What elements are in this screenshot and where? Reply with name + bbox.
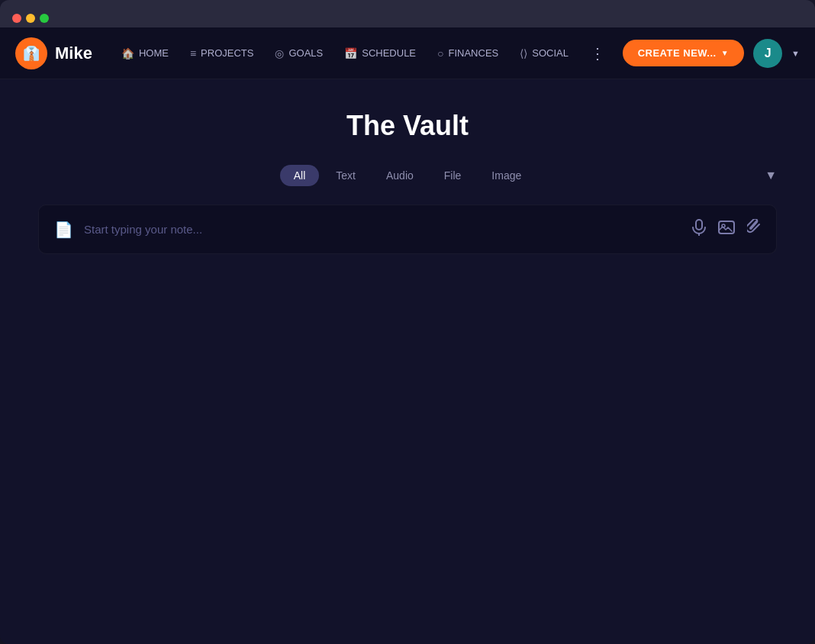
app-container: 👔 Mike 🏠 HOME ≡ PROJECTS ◎ GOALS <box>0 27 815 644</box>
nav-more-button[interactable]: ⋮ <box>584 38 611 69</box>
filter-tab-all[interactable]: All <box>280 165 320 186</box>
filter-tabs: All Text Audio File Image <box>280 165 536 186</box>
note-doc-icon: 📄 <box>54 221 73 239</box>
tie-icon: 👔 <box>23 45 40 62</box>
browser-window: 👔 Mike 🏠 HOME ≡ PROJECTS ◎ GOALS <box>0 0 815 644</box>
finances-icon: ○ <box>437 47 443 60</box>
nav-item-schedule[interactable]: 📅 SCHEDULE <box>335 41 425 66</box>
goals-icon: ◎ <box>275 47 284 60</box>
nav-label-projects: PROJECTS <box>201 47 253 59</box>
social-icon: ⟨⟩ <box>520 47 527 60</box>
nav-item-projects[interactable]: ≡ PROJECTS <box>181 41 263 66</box>
filter-tab-image[interactable]: Image <box>478 165 535 186</box>
nav-item-home[interactable]: 🏠 HOME <box>112 41 178 66</box>
browser-chrome <box>0 0 815 27</box>
nav-item-goals[interactable]: ◎ GOALS <box>266 41 332 66</box>
avatar[interactable]: J <box>753 39 782 68</box>
filter-tab-text[interactable]: Text <box>322 165 369 186</box>
nav-label-goals: GOALS <box>288 47 323 59</box>
nav-label-schedule: SCHEDULE <box>362 47 416 59</box>
projects-icon: ≡ <box>190 47 196 60</box>
microphone-icon[interactable] <box>692 219 706 240</box>
nav-item-finances[interactable]: ○ FINANCES <box>428 41 507 66</box>
navbar-right: CREATE NEW... ▼ J ▼ <box>623 39 800 68</box>
funnel-icon: ▼ <box>765 169 777 182</box>
filter-dropdown[interactable]: ▼ <box>765 169 777 182</box>
filter-bar: All Text Audio File Image ▼ <box>38 165 777 186</box>
navbar: 👔 Mike 🏠 HOME ≡ PROJECTS ◎ GOALS <box>0 27 815 79</box>
home-icon: 🏠 <box>121 47 134 60</box>
image-upload-icon[interactable] <box>718 221 735 238</box>
nav-label-finances: FINANCES <box>449 47 499 59</box>
traffic-light-red[interactable] <box>12 14 21 23</box>
note-actions <box>692 219 761 240</box>
nav-label-home: HOME <box>139 47 169 59</box>
traffic-light-green[interactable] <box>40 14 49 23</box>
logo-icon: 👔 <box>15 37 47 69</box>
note-input-area[interactable]: 📄 Start typing your note... <box>38 204 777 254</box>
filter-tab-audio[interactable]: Audio <box>372 165 427 186</box>
page-title: The Vault <box>38 110 777 142</box>
schedule-icon: 📅 <box>344 47 357 60</box>
svg-rect-0 <box>696 220 702 230</box>
main-content: The Vault All Text Audio File Image ▼ 📄 … <box>0 79 815 644</box>
avatar-chevron-icon[interactable]: ▼ <box>791 49 800 58</box>
logo-text: Mike <box>55 43 92 63</box>
nav-items: 🏠 HOME ≡ PROJECTS ◎ GOALS 📅 SCHEDULE ○ <box>112 38 618 69</box>
note-placeholder[interactable]: Start typing your note... <box>84 223 681 236</box>
traffic-light-yellow[interactable] <box>26 14 35 23</box>
nav-label-social: SOCIAL <box>532 47 569 59</box>
logo-area[interactable]: 👔 Mike <box>15 37 92 69</box>
create-chevron-icon: ▼ <box>721 49 729 57</box>
attach-icon[interactable] <box>747 219 761 240</box>
create-new-label: CREATE NEW... <box>638 47 717 59</box>
nav-item-social[interactable]: ⟨⟩ SOCIAL <box>511 41 578 66</box>
create-new-button[interactable]: CREATE NEW... ▼ <box>623 40 744 66</box>
filter-tab-file[interactable]: File <box>430 165 475 186</box>
